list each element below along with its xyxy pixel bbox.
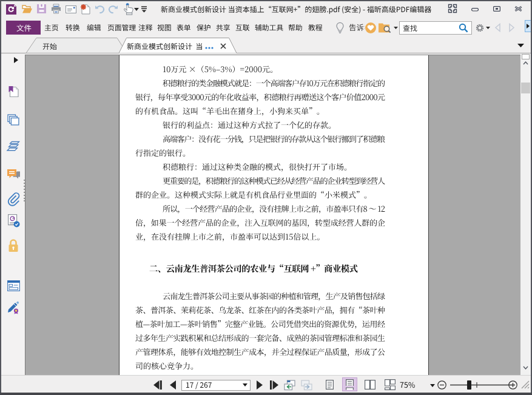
menu-item-10[interactable]: 辅助工具	[255, 24, 285, 32]
previous-view-icon[interactable]	[284, 380, 295, 391]
zoom-slider[interactable]	[450, 380, 515, 390]
menu-item-3[interactable]: 页面管理	[107, 24, 137, 32]
menu-item-4[interactable]: 注释	[138, 24, 153, 32]
menu-item-12[interactable]: 教程	[308, 24, 323, 32]
first-page-icon[interactable]	[153, 380, 162, 390]
previous-page-icon[interactable]	[170, 380, 176, 390]
menu-item-6[interactable]: 表单	[177, 24, 192, 32]
foxit-pdf-editor-window: 10万元 ×（5%–3%）=2000元。 积德粮行的类金融模式就是：一个高端客户…	[0, 0, 532, 395]
zoom-dropdown-icon[interactable]	[430, 384, 435, 387]
next-page-icon[interactable]	[257, 380, 263, 390]
file-menu-label: 文件	[16, 24, 32, 33]
tab-document-label[interactable]: 新商业模式创新设计 当...	[127, 42, 206, 51]
menu-item-9[interactable]: 互联	[235, 24, 251, 32]
menu-item-11[interactable]: 帮助	[288, 24, 303, 32]
menu-item-2[interactable]: 编辑	[87, 24, 102, 32]
zoom-level-value[interactable]: 75%	[400, 380, 416, 390]
menu-item-0[interactable]: 主页	[44, 24, 59, 32]
window-title: 新商业模式创新设计 当资本插上“互联网+”的翅膀.pdf (安全) - 福昕高级…	[161, 5, 433, 14]
menu-item-1[interactable]: 转换	[66, 24, 81, 32]
view-facing-icon	[365, 380, 375, 390]
view-continuous-facing-icon	[385, 379, 396, 390]
next-view-icon	[301, 380, 312, 391]
last-page-icon[interactable]	[270, 380, 278, 390]
view-continuous-icon	[346, 379, 354, 390]
menu-item-5[interactable]: 视图	[157, 24, 172, 32]
zoom-out-icon[interactable]	[437, 380, 446, 390]
view-single-page-icon	[326, 380, 334, 390]
page-number-dropdown-icon[interactable]	[243, 383, 247, 387]
tab-start-label[interactable]: 开始	[42, 42, 58, 51]
status-bar	[0, 0, 532, 395]
menu-item-7[interactable]: 保护	[197, 24, 212, 32]
menu-item-8[interactable]: 共享	[216, 24, 231, 32]
zoom-slider-handle[interactable]	[467, 380, 471, 390]
tell-me-label[interactable]: 告诉我	[349, 23, 365, 32]
search-placeholder: 查找	[403, 24, 418, 33]
page-number-value[interactable]: 17 / 267	[186, 380, 213, 390]
resize-grip-icon[interactable]	[520, 380, 530, 390]
zoom-in-icon[interactable]	[508, 380, 517, 390]
